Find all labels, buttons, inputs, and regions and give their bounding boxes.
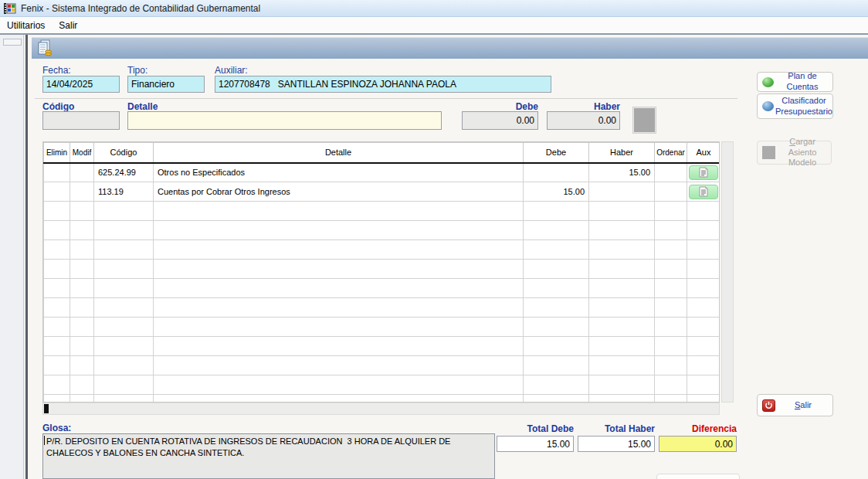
table-row-empty [44,279,721,298]
table-row: 113.19 Cuentas por Cobrar Otros Ingresos… [44,182,721,202]
total-debe-field: 15.00 [497,436,574,452]
tipo-label: Tipo: [127,65,147,76]
col-modif: Modif [70,143,94,163]
clasificador-presupuestario-button[interactable]: ClasificadorPresupuestario [757,93,833,119]
cargar-asiento-label: Cargar AsientoModelo [777,137,828,168]
panel-grip-handle[interactable] [3,39,22,46]
diferencia-field: 0.00 [659,436,737,452]
cell-aux [687,182,721,202]
green-sphere-icon [762,77,774,87]
col-codigo: Código [94,143,154,163]
col-ordenar: Ordenar [655,143,687,163]
cell-elimin[interactable] [44,163,70,182]
cell-haber: 15.00 [589,163,655,182]
detalle-label: Detalle [127,101,158,112]
auxiliar-input[interactable]: 1207708478 SANTILLAN ESPINOZA JOHANNA PA… [215,76,551,93]
table-row-empty [44,318,721,337]
blue-sphere-icon [762,101,774,111]
cell-modif[interactable] [70,182,94,202]
fecha-input[interactable]: 14/04/2025 [42,76,120,93]
notepad-icon [699,186,708,197]
menu-utilitarios[interactable]: Utilitarios [0,19,52,32]
cell-detalle: Otros no Especificados [154,163,524,182]
col-aux: Aux [687,143,721,163]
cell-codigo: 113.19 [94,182,154,202]
cell-aux [687,163,721,182]
table-row-empty [44,202,721,221]
diferencia-label: Diferencia [659,423,737,434]
cell-debe [524,163,589,182]
cell-debe: 15.00 [524,182,589,202]
tipo-input[interactable]: Financiero [127,76,205,93]
app-icon [4,2,16,15]
auxiliar-label: Auxiliar: [215,65,248,76]
table-row-empty [44,375,721,395]
menu-salir[interactable]: Salir [52,19,84,32]
table-row-empty [44,298,721,318]
text-caret [44,436,45,445]
menubar: Utilitarios Salir [0,17,868,33]
codigo-label: Código [42,101,74,112]
power-icon [762,399,775,412]
salir-label: Salir [777,400,829,411]
plan-de-cuentas-label: Plan de Cuentas [775,71,829,93]
table-row-empty [44,337,721,356]
table-row-empty [44,240,721,260]
separator-line [35,98,737,99]
notepad-icon [699,167,708,178]
col-elimin: Elimin [44,143,70,163]
total-haber-label: Total Haber [578,423,655,434]
application-window: Fenix - Sistema Integrado de Contabilida… [0,0,868,479]
detalle-input[interactable] [127,111,442,130]
table-horizontal-scrollbar[interactable] [42,403,720,415]
table-row-empty [44,395,721,403]
document-copy-coins-icon [37,39,53,56]
haber-label: Haber [547,101,620,112]
toolbar [32,37,868,59]
aux-button[interactable] [689,165,718,180]
cutoff-button[interactable] [656,474,740,479]
table-row-empty [44,260,721,279]
salir-button[interactable]: Salir [757,394,833,416]
cell-codigo: 625.24.99 [94,163,154,182]
plan-de-cuentas-button[interactable]: Plan de Cuentas [757,72,833,92]
cell-haber [589,182,655,202]
col-haber: Haber [589,143,655,163]
cell-elimin[interactable] [44,182,70,202]
entries-table: Elimin Modif Código Detalle Debe Haber O… [42,141,720,403]
cell-modif[interactable] [70,163,94,182]
table-header-row: Elimin Modif Código Detalle Debe Haber O… [44,143,721,163]
left-collapsed-panel[interactable] [0,35,24,479]
table-row: 625.24.99 Otros no Especificados 15.00 [44,163,721,182]
haber-input[interactable]: 0.00 [547,111,620,130]
aux-button[interactable] [689,185,718,199]
add-entry-button-disabled[interactable] [633,107,656,133]
fecha-label: Fecha: [42,65,71,76]
glosa-textarea[interactable]: P/R. DEPOSITO EN CUENTA ROTATIVA DE INGR… [42,433,495,479]
scrollbar-thumb[interactable] [44,404,49,413]
window-title: Fenix - Sistema Integrado de Contabilida… [21,3,260,14]
total-haber-field: 15.00 [578,436,655,452]
cell-ordenar[interactable] [655,163,687,182]
new-document-button[interactable] [36,39,54,57]
cargar-asiento-modelo-button[interactable]: Cargar AsientoModelo [757,141,832,165]
titlebar: Fenix - Sistema Integrado de Contabilida… [0,0,868,17]
debe-input[interactable]: 0.00 [462,111,538,130]
cell-ordenar[interactable] [655,182,687,202]
table-row-empty [44,221,721,240]
total-debe-label: Total Debe [497,423,574,434]
gray-square-icon [762,146,775,159]
cell-detalle: Cuentas por Cobrar Otros Ingresos [154,182,524,202]
col-detalle: Detalle [154,143,524,163]
col-debe: Debe [524,143,589,163]
debe-label: Debe [462,101,538,112]
codigo-input[interactable] [42,111,120,130]
glosa-label: Glosa: [42,423,71,433]
table-row-empty [44,356,721,375]
table-vertical-scrollbar[interactable] [721,141,734,403]
clasificador-label: ClasificadorPresupuestario [775,96,832,117]
